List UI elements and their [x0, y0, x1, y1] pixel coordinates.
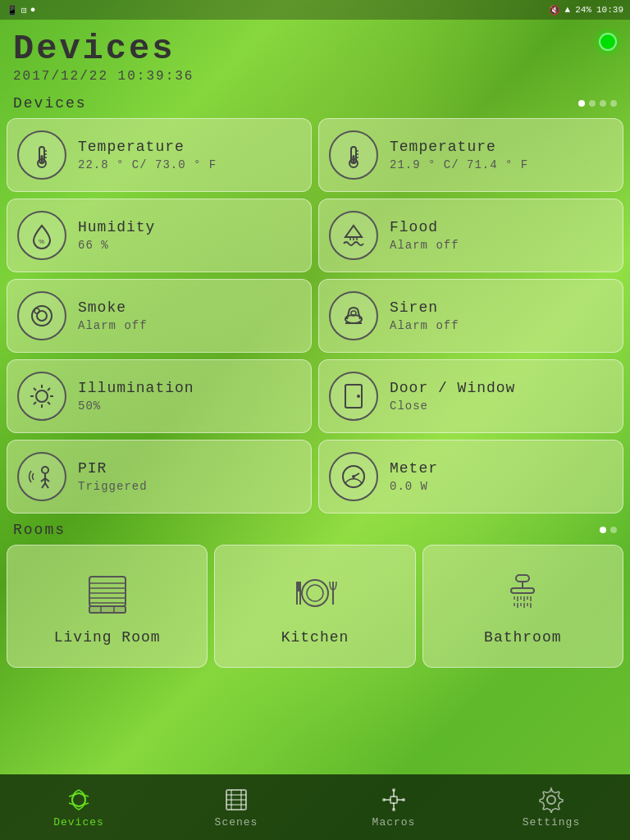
- meter-svg: [339, 462, 368, 491]
- device-pir[interactable]: PIR Triggered: [7, 440, 312, 514]
- nav-devices-label: Devices: [53, 816, 104, 829]
- device-temperature-1[interactable]: Temperature 22.8 ° C/ 73.0 ° F: [7, 118, 312, 192]
- svg-point-88: [402, 798, 405, 801]
- device-smoke-info: Smoke Alarm off: [78, 299, 301, 332]
- thermometer-icon-1: [17, 130, 66, 180]
- svg-rect-5: [41, 155, 43, 164]
- header-datetime: 2017/12/22 10:39:36: [13, 69, 617, 84]
- dot-3: [600, 100, 606, 107]
- battery-label: 24%: [575, 5, 591, 15]
- device-temperature-1-name: Temperature: [78, 139, 301, 157]
- rooms-section-label: Rooms: [13, 522, 66, 538]
- svg-rect-58: [516, 575, 529, 582]
- scenes-nav-icon: [223, 787, 249, 813]
- macros-nav-icon: [381, 787, 407, 813]
- svg-rect-80: [390, 797, 397, 803]
- thermometer-svg-1: [27, 140, 57, 170]
- device-illumination-value: 50%: [78, 399, 301, 413]
- svg-rect-49: [89, 606, 126, 613]
- status-bar: 📱 ⊡ ● 🔇 ▲ 24% 10:39: [0, 0, 630, 20]
- header: Devices 2017/12/22 10:39:36: [7, 20, 623, 90]
- illumination-icon: [17, 372, 66, 421]
- room-kitchen[interactable]: Kitchen: [214, 545, 415, 668]
- device-pir-info: PIR Triggered: [78, 460, 301, 493]
- nav-macros[interactable]: Macros: [315, 774, 472, 840]
- svg-point-86: [392, 808, 395, 811]
- siren-svg: [339, 301, 368, 331]
- room-living-room[interactable]: Living Room: [7, 545, 208, 668]
- svg-line-28: [48, 402, 50, 404]
- device-pir-value: Triggered: [78, 480, 301, 493]
- meter-icon: [329, 452, 378, 501]
- device-illumination[interactable]: Illumination 50%: [7, 359, 312, 433]
- svg-point-53: [307, 585, 323, 601]
- kitchen-label: Kitchen: [281, 629, 349, 646]
- devices-section-header: Devices: [7, 90, 623, 115]
- device-temperature-1-value: 22.8 ° C/ 73.0 ° F: [78, 158, 301, 171]
- svg-point-34: [42, 467, 48, 473]
- device-humidity[interactable]: % Humidity 66 %: [7, 199, 312, 272]
- svg-point-18: [34, 308, 39, 313]
- svg-point-85: [392, 788, 395, 792]
- mute-icon: 🔇: [549, 5, 560, 16]
- device-door-window-value: Close: [390, 399, 613, 413]
- nav-scenes[interactable]: Scenes: [158, 774, 315, 840]
- time-label: 10:39: [596, 5, 623, 15]
- device-humidity-name: Humidity: [78, 219, 301, 237]
- status-left: 📱 ⊡ ●: [7, 5, 35, 16]
- svg-text:%: %: [39, 238, 44, 245]
- device-smoke[interactable]: Smoke Alarm off: [7, 279, 312, 353]
- nav-settings[interactable]: Settings: [472, 774, 630, 840]
- nav-settings-label: Settings: [523, 816, 580, 829]
- device-flood[interactable]: Flood Alarm off: [318, 199, 623, 272]
- pir-icon: [17, 452, 66, 501]
- door-icon: [329, 372, 378, 421]
- rooms-section-header: Rooms: [7, 517, 623, 541]
- device-grid: Temperature 22.8 ° C/ 73.0 ° F Temperatu…: [7, 115, 623, 517]
- dot-4: [610, 100, 617, 107]
- device-smoke-value: Alarm off: [78, 319, 301, 332]
- svg-line-39: [45, 483, 48, 488]
- status-right: 🔇 ▲ 24% 10:39: [549, 5, 623, 16]
- nav-scenes-label: Scenes: [215, 816, 258, 829]
- rooms-pagination: [600, 527, 617, 533]
- device-door-window-info: Door / Window Close: [390, 380, 613, 413]
- app-icon: ●: [30, 5, 36, 15]
- device-illumination-info: Illumination 50%: [78, 380, 301, 413]
- flood-svg: [339, 221, 368, 250]
- svg-point-87: [382, 798, 386, 801]
- room-bathroom[interactable]: Bathroom: [422, 545, 623, 668]
- device-meter[interactable]: Meter 0.0 W: [318, 440, 623, 514]
- device-temperature-2[interactable]: Temperature 21.9 ° C/ 71.4 ° F: [318, 118, 623, 192]
- pir-svg: [27, 462, 57, 491]
- device-meter-name: Meter: [390, 460, 613, 478]
- svg-line-29: [48, 388, 50, 390]
- device-siren[interactable]: Siren Alarm off: [318, 279, 623, 353]
- devices-pagination: [578, 100, 617, 107]
- humidity-svg: %: [27, 221, 57, 250]
- svg-rect-43: [89, 577, 126, 606]
- illumination-svg: [27, 381, 57, 411]
- device-siren-value: Alarm off: [390, 319, 613, 332]
- svg-line-27: [34, 388, 36, 390]
- bathroom-label: Bathroom: [484, 629, 561, 646]
- device-door-window[interactable]: Door / Window Close: [318, 359, 623, 433]
- smoke-icon: [17, 291, 66, 340]
- device-flood-info: Flood Alarm off: [390, 219, 613, 252]
- device-siren-info: Siren Alarm off: [390, 299, 613, 332]
- dot-2: [589, 100, 596, 107]
- thermometer-svg-2: [339, 140, 368, 170]
- siren-icon: [329, 291, 378, 340]
- devices-nav-icon: [66, 787, 92, 813]
- living-room-icon: [83, 570, 132, 619]
- svg-point-42: [352, 475, 355, 478]
- device-meter-info: Meter 0.0 W: [390, 460, 613, 493]
- nav-devices[interactable]: Devices: [0, 774, 158, 840]
- devices-section-label: Devices: [13, 95, 87, 112]
- page-title: Devices: [13, 30, 617, 69]
- svg-rect-11: [353, 155, 355, 164]
- thermometer-icon-2: [329, 130, 378, 180]
- svg-point-52: [302, 580, 328, 606]
- bottom-nav: Devices Scenes Macros: [0, 774, 630, 840]
- device-temperature-2-info: Temperature 21.9 ° C/ 71.4 ° F: [390, 139, 613, 171]
